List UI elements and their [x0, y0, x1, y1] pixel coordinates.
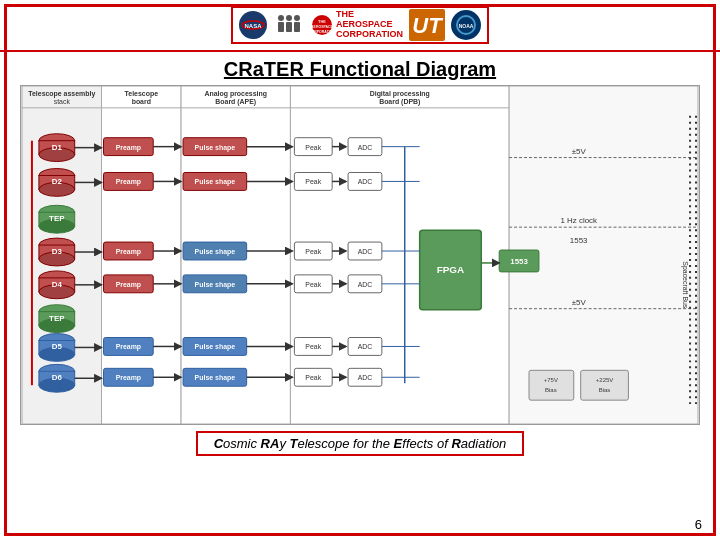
svg-text:NOAA: NOAA: [459, 23, 474, 29]
caption-T: T: [290, 436, 298, 451]
svg-text:Board (APE): Board (APE): [215, 98, 256, 106]
svg-text:Pulse shape: Pulse shape: [195, 178, 236, 186]
svg-rect-147: [529, 370, 574, 400]
svg-text:+75V: +75V: [544, 377, 558, 383]
svg-text:Preamp: Preamp: [116, 374, 141, 382]
svg-text:Bias: Bias: [545, 387, 557, 393]
svg-text:ADC: ADC: [358, 248, 373, 255]
noaa-logo-icon: NOAA: [451, 10, 481, 40]
svg-rect-150: [581, 370, 629, 400]
svg-point-5: [286, 15, 292, 21]
aerospace-logo-icon: THE AEROSPACE CORPORATION THE AEROSPACE …: [311, 10, 403, 40]
svg-text:D2: D2: [52, 177, 63, 186]
logos-box: NASA THE AEROSPACE CORPORATION TH: [231, 6, 489, 44]
svg-point-3: [278, 15, 284, 21]
caption-area: Cosmic RAy Telescope for the Effects of …: [0, 425, 720, 458]
svg-text:board: board: [132, 98, 151, 105]
caption-C: C: [214, 436, 223, 451]
svg-text:±5V: ±5V: [572, 147, 587, 156]
svg-text:D1: D1: [52, 143, 63, 152]
nasa-logo-icon: NASA: [239, 11, 267, 39]
svg-text:D5: D5: [52, 342, 63, 351]
svg-text:Analog processing: Analog processing: [205, 90, 267, 98]
svg-text:Peak: Peak: [305, 281, 321, 288]
svg-text:Preamp: Preamp: [116, 248, 141, 256]
svg-text:Preamp: Preamp: [116, 281, 141, 289]
svg-rect-4: [278, 22, 284, 32]
svg-text:D4: D4: [52, 280, 63, 289]
ut-logo-icon: UT: [409, 9, 445, 41]
svg-text:Telescope assembly: Telescope assembly: [28, 90, 95, 98]
svg-text:Peak: Peak: [305, 144, 321, 151]
svg-text:ADC: ADC: [358, 144, 373, 151]
functional-diagram-svg: Telescope assembly stack Telescope board…: [21, 86, 699, 424]
svg-text:Preamp: Preamp: [116, 343, 141, 351]
page-title: CRaTER Functional Diagram: [0, 52, 720, 85]
svg-text:Board (DPB): Board (DPB): [379, 98, 420, 106]
aerospace-text: THE AEROSPACE CORPORATION: [336, 10, 403, 40]
svg-text:NASA: NASA: [245, 23, 263, 29]
svg-text:Peak: Peak: [305, 178, 321, 185]
svg-text:Pulse shape: Pulse shape: [195, 281, 236, 289]
svg-text:D6: D6: [52, 373, 63, 382]
svg-text:ADC: ADC: [358, 374, 373, 381]
caption-R: R: [451, 436, 460, 451]
svg-text:FPGA: FPGA: [437, 264, 465, 275]
svg-text:THE: THE: [318, 19, 326, 24]
svg-text:Peak: Peak: [305, 374, 321, 381]
svg-text:Pulse shape: Pulse shape: [195, 144, 236, 152]
caption-box: Cosmic RAy Telescope for the Effects of …: [196, 431, 525, 456]
svg-point-7: [294, 15, 300, 21]
svg-text:ADC: ADC: [358, 178, 373, 185]
svg-text:TEP: TEP: [49, 214, 65, 223]
svg-text:1 Hz clock: 1 Hz clock: [560, 216, 597, 225]
dod-logo-icon: [273, 11, 305, 39]
svg-text:±5V: ±5V: [572, 298, 587, 307]
caption-E: E: [394, 436, 403, 451]
svg-text:Preamp: Preamp: [116, 144, 141, 152]
svg-rect-8: [294, 22, 300, 32]
svg-text:stack: stack: [54, 98, 71, 105]
svg-text:Telescope: Telescope: [125, 90, 159, 98]
svg-text:+225V: +225V: [596, 377, 613, 383]
svg-text:1553: 1553: [510, 257, 528, 266]
svg-text:Pulse shape: Pulse shape: [195, 343, 236, 351]
svg-text:Pulse shape: Pulse shape: [195, 248, 236, 256]
svg-text:ADC: ADC: [358, 281, 373, 288]
svg-text:Spacecraft Bus: Spacecraft Bus: [681, 261, 689, 309]
svg-text:TEP: TEP: [49, 314, 65, 323]
svg-text:CORPORATION: CORPORATION: [311, 30, 333, 34]
diagram-container: Telescope assembly stack Telescope board…: [20, 85, 700, 425]
svg-text:Pulse shape: Pulse shape: [195, 374, 236, 382]
svg-text:ADC: ADC: [358, 343, 373, 350]
svg-rect-6: [286, 22, 292, 32]
svg-text:Peak: Peak: [305, 343, 321, 350]
page-number: 6: [695, 517, 702, 532]
caption-RA: RA: [261, 436, 280, 451]
svg-text:AEROSPACE: AEROSPACE: [311, 25, 333, 29]
svg-text:Bias: Bias: [599, 387, 611, 393]
svg-text:UT: UT: [412, 13, 443, 38]
caption-text: Cosmic RAy Telescope for the Effects of …: [214, 436, 507, 451]
svg-text:Peak: Peak: [305, 248, 321, 255]
svg-text:1553: 1553: [570, 236, 588, 245]
header: NASA THE AEROSPACE CORPORATION TH: [0, 0, 720, 52]
svg-text:Preamp: Preamp: [116, 178, 141, 186]
svg-text:Digital processing: Digital processing: [370, 90, 430, 98]
svg-text:D3: D3: [52, 247, 63, 256]
